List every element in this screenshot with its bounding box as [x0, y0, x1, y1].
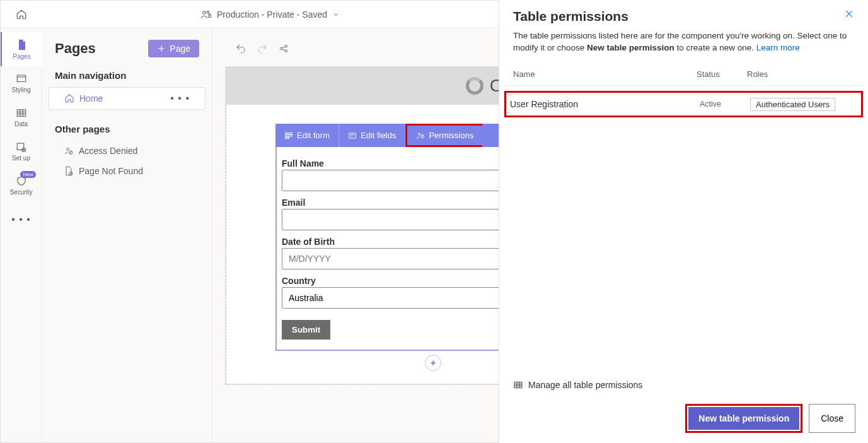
rail-security[interactable]: New Security [1, 168, 42, 203]
add-page-button[interactable]: Page [148, 40, 199, 57]
fields-icon [348, 131, 357, 140]
permissions-icon [416, 131, 425, 140]
col-roles: Roles [747, 69, 854, 79]
ellipsis-icon[interactable]: • • • [170, 93, 190, 104]
logo-icon [466, 77, 483, 95]
home-icon [64, 93, 74, 103]
new-badge: New [20, 171, 35, 178]
table-icon [513, 380, 523, 390]
plus-icon [157, 44, 166, 53]
permission-row[interactable]: User Registration Active Authenticated U… [504, 91, 863, 117]
setup-icon [16, 141, 27, 153]
submit-button[interactable]: Submit [282, 320, 330, 340]
panel-description: The table permissions listed here are fo… [499, 27, 868, 63]
home-icon [16, 9, 27, 20]
svg-point-17 [419, 133, 421, 135]
person-denied-icon [64, 146, 74, 156]
environment-label[interactable]: Production - Private - Saved [217, 9, 327, 20]
row-status: Active [700, 100, 750, 109]
svg-rect-15 [286, 137, 289, 138]
rail-label: Styling [11, 86, 30, 93]
nav-page-not-found[interactable]: Page Not Found [49, 161, 205, 181]
col-status: Status [697, 69, 747, 79]
rail-data[interactable]: Data [1, 100, 42, 134]
nav-home-label: Home [79, 93, 103, 103]
rail-label: Data [14, 121, 28, 127]
rail-setup[interactable]: Set up [1, 134, 42, 168]
nav-home[interactable]: Home • • • [49, 87, 205, 110]
panel-title: Table permissions [513, 9, 628, 24]
highlight-box: New table permission [685, 404, 802, 433]
rail-more[interactable]: • • • [1, 203, 42, 237]
svg-rect-2 [209, 15, 211, 17]
people-lock-icon [200, 9, 212, 20]
row-name: User Registration [510, 99, 700, 109]
svg-rect-18 [422, 136, 424, 138]
page-missing-icon [64, 166, 74, 176]
nav-item-label: Access Denied [79, 146, 137, 156]
svg-rect-19 [514, 382, 522, 387]
form-icon [284, 131, 293, 140]
close-button[interactable]: Close [809, 404, 855, 433]
rail-label: Pages [13, 53, 30, 60]
svg-point-0 [203, 11, 206, 14]
redo-icon [257, 43, 268, 54]
link-button[interactable] [278, 43, 289, 54]
undo-icon [235, 43, 246, 54]
undo-button[interactable] [235, 43, 246, 54]
add-section-button[interactable]: + [425, 355, 441, 371]
chevron-down-icon[interactable] [332, 11, 340, 18]
row-role: Authenticated Users [750, 98, 835, 111]
left-rail: Pages Styling Data Set up New Security •… [1, 28, 42, 442]
data-icon [16, 107, 27, 119]
manage-all-link[interactable]: Manage all table permissions [499, 374, 868, 396]
svg-rect-13 [286, 133, 292, 134]
redo-button[interactable] [257, 43, 268, 54]
rail-styling[interactable]: Styling [1, 66, 42, 100]
close-icon [844, 9, 854, 19]
col-name: Name [513, 69, 697, 79]
svg-rect-16 [349, 133, 356, 138]
link-icon [278, 43, 289, 54]
new-table-permission-button[interactable]: New table permission [688, 407, 799, 430]
home-button[interactable] [1, 1, 42, 28]
close-panel-button[interactable] [844, 9, 854, 19]
table-permissions-panel: Table permissions The table permissions … [499, 0, 868, 443]
svg-rect-3 [17, 75, 26, 82]
edit-form-label: Edit form [297, 131, 330, 140]
other-pages-heading: Other pages [49, 119, 205, 141]
pages-panel: Pages Page Main navigation Home • • • Ot… [42, 28, 212, 442]
edit-fields-button[interactable]: Edit fields [339, 124, 405, 147]
permissions-button[interactable]: Permissions [405, 124, 482, 147]
page-icon [16, 38, 28, 51]
permissions-label: Permissions [429, 131, 473, 140]
svg-rect-14 [286, 134, 292, 136]
styling-icon [16, 73, 27, 85]
panel-footer: New table permission Close [499, 396, 868, 443]
edit-fields-label: Edit fields [361, 131, 396, 140]
svg-point-7 [67, 148, 69, 150]
svg-rect-4 [17, 110, 26, 117]
svg-rect-5 [17, 143, 24, 150]
ellipsis-icon: • • • [11, 214, 31, 225]
nav-item-label: Page Not Found [79, 166, 143, 176]
rail-label: Set up [12, 155, 30, 162]
learn-more-link[interactable]: Learn more [756, 43, 800, 52]
pages-title: Pages [55, 40, 96, 57]
nav-access-denied[interactable]: Access Denied [49, 141, 205, 161]
main-nav-heading: Main navigation [49, 65, 205, 87]
edit-form-button[interactable]: Edit form [275, 124, 339, 147]
rail-pages[interactable]: Pages [1, 32, 42, 66]
svg-point-1 [207, 11, 209, 13]
table-header: Name Status Roles [504, 63, 863, 86]
add-page-label: Page [170, 44, 190, 54]
rail-label: Security [9, 189, 32, 196]
